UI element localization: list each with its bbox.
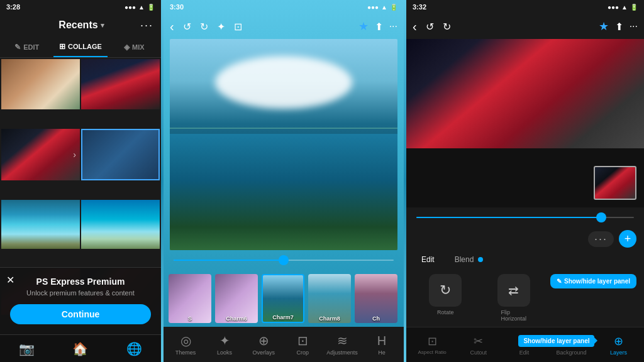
photo-area-p3: [406, 39, 644, 207]
overlays-label: Overlays: [252, 349, 275, 356]
globe-icon[interactable]: 🌐: [126, 341, 142, 356]
main-layer-photo: [406, 39, 644, 148]
layer-thumbnail[interactable]: [594, 166, 636, 200]
close-button[interactable]: ✕: [6, 274, 14, 286]
compare-icon[interactable]: ⊡: [234, 21, 242, 33]
edit-tab-btn[interactable]: Edit: [414, 253, 442, 266]
tool-overlays[interactable]: ⊕ Overlays: [248, 333, 279, 356]
filter-thumb-charm8[interactable]: Charm8: [308, 274, 351, 323]
back-button-p2[interactable]: ‹: [170, 19, 174, 34]
status-bar-p1: 3:28 ●●● ▲ 🔋: [0, 0, 161, 14]
menu-button-p1[interactable]: ···: [140, 19, 153, 32]
intensity-slider[interactable]: [164, 253, 404, 268]
tab-edit[interactable]: ✎ EDIT: [0, 36, 53, 57]
photo-cell-water1[interactable]: [1, 200, 80, 249]
status-bar-p2: 3:30 ●●● ▲ 🔋: [164, 0, 404, 14]
toolbar-p3: ‹ ↺ ↻ ★ ⬆ ···: [406, 14, 644, 39]
tool-cutout[interactable]: ✂ Cutout: [465, 334, 492, 356]
filter-strip: S Charm6 Charm7 Charm8 Ch: [164, 270, 404, 327]
rotate-icon: ↻: [440, 282, 451, 299]
tab-mix[interactable]: ◈ MIX: [108, 36, 161, 57]
more-icon[interactable]: ···: [389, 21, 397, 32]
cutout-label: Cutout: [470, 349, 487, 356]
main-photo: [170, 39, 397, 250]
star-icon[interactable]: ★: [358, 19, 369, 33]
tool-background[interactable]: ◧ Background: [557, 334, 587, 356]
photo-cell-street1[interactable]: [81, 59, 160, 109]
bottom-tools-p2: ◎ Themes ✦ Looks ⊕ Overlays ⊡ Crop ≋ Adj…: [164, 327, 404, 362]
photo-cell-food[interactable]: [1, 59, 80, 109]
continue-button[interactable]: Continue: [10, 304, 151, 324]
tool-edit[interactable]: ✎ Edit: [511, 334, 538, 356]
toolbar-left-p2: ‹ ↺ ↻ ✦ ⊡: [170, 19, 242, 34]
tool-crop[interactable]: ⊡ Crop: [287, 333, 318, 356]
status-icons-p2: ●●● ▲ 🔋: [367, 4, 397, 11]
flip-icon-box: ⇄: [497, 274, 530, 307]
rotate-button[interactable]: ↻ Rotate: [414, 274, 477, 322]
layer-slider[interactable]: [406, 210, 644, 225]
premium-subtitle: Unlock premium features & content: [10, 289, 151, 297]
themes-icon: ◎: [180, 333, 191, 348]
crop-label: Crop: [297, 349, 309, 356]
header-title[interactable]: Recents ▾: [58, 19, 104, 31]
cloud-decoration: [215, 56, 352, 109]
star-icon-p3[interactable]: ★: [599, 19, 609, 33]
show-hide-label[interactable]: ✎ Show/hide layer panel: [550, 274, 636, 288]
layer-slider-thumb[interactable]: [596, 212, 606, 222]
pencil-icon: ✎: [557, 278, 562, 285]
filter-thumb-s5[interactable]: S: [169, 274, 211, 323]
tool-layers[interactable]: ⊕ Layers Show/hide layer panel: [604, 334, 632, 356]
photo-cell-water2[interactable]: [81, 200, 160, 249]
slider-thumb[interactable]: [279, 255, 289, 265]
tab-collage[interactable]: ⊞ COLLAGE: [53, 36, 107, 57]
photo-cell-street2[interactable]: ›: [1, 129, 80, 180]
water-area: [170, 134, 397, 250]
tool-aspect-ratio[interactable]: ⊡ Aspect Ratio: [418, 334, 446, 355]
photo-cell-thumb[interactable]: [81, 129, 160, 180]
tool-themes[interactable]: ◎ Themes: [170, 333, 201, 356]
tool-he[interactable]: H He: [367, 334, 397, 356]
tool-adjustments[interactable]: ≋ Adjustments: [326, 333, 358, 356]
mix-icon: ◈: [124, 43, 130, 52]
horizon-line: [170, 128, 397, 129]
recents-title: Recents: [58, 19, 97, 31]
flip-horizontal-icon: ⇄: [508, 283, 519, 298]
blend-tab-btn[interactable]: Blend: [447, 253, 491, 266]
crop-icon: ⊡: [297, 333, 308, 348]
layers-icon: ⊕: [614, 334, 623, 348]
filter-thumb-charm7[interactable]: Charm7: [262, 274, 304, 323]
camera-icon[interactable]: 📷: [19, 341, 35, 356]
panel-editor: 3:30 ●●● ▲ 🔋 ‹ ↺ ↻ ✦ ⊡ ★ ⬆ ···: [164, 0, 404, 362]
premium-title: PS Express Premium: [10, 277, 151, 287]
share-icon-p3[interactable]: ⬆: [615, 21, 623, 33]
toolbar-left-p3: ‹ ↺ ↻: [413, 19, 451, 34]
cutout-icon: ✂: [474, 334, 483, 348]
themes-label: Themes: [175, 349, 196, 356]
flip-button[interactable]: ⇄ FlipHorizontal: [482, 274, 545, 322]
layer-dots-bar: ··· +: [406, 228, 644, 250]
layer-options-button[interactable]: ···: [588, 231, 614, 247]
time-p1: 3:28: [6, 3, 20, 11]
bottom-bar-p1: 📷 🏠 🌐: [0, 334, 161, 362]
arrow-icon: ›: [73, 150, 76, 160]
undo-icon-p3[interactable]: ↺: [426, 21, 434, 33]
bottom-tools-p3: ⊡ Aspect Ratio ✂ Cutout ✎ Edit ◧ Backgro…: [406, 327, 644, 362]
filter-thumb-charm9[interactable]: Ch: [355, 274, 397, 323]
status-bar-p3: 3:32 ●●● ▲ 🔋: [406, 0, 644, 14]
redo-icon[interactable]: ↻: [200, 21, 208, 33]
show-hide-layer-button[interactable]: ✎ Show/hide layer panel: [550, 274, 636, 322]
home-icon[interactable]: 🏠: [72, 341, 88, 356]
share-icon[interactable]: ⬆: [375, 21, 383, 33]
header-bar-p1: Recents ▾ ···: [0, 14, 161, 36]
tool-looks[interactable]: ✦ Looks: [209, 333, 240, 356]
back-button-p3[interactable]: ‹: [413, 19, 417, 34]
redo-icon-p3[interactable]: ↻: [443, 21, 451, 33]
add-layer-button[interactable]: +: [619, 230, 636, 248]
undo-icon[interactable]: ↺: [183, 21, 191, 33]
edit-icon: ✎: [14, 43, 21, 52]
more-icon-p3[interactable]: ···: [630, 21, 638, 32]
photo-canvas[interactable]: [170, 39, 397, 250]
filter-thumb-charm6[interactable]: Charm6: [215, 274, 258, 323]
magic-icon[interactable]: ✦: [217, 21, 225, 33]
rotate-icon-box: ↻: [429, 274, 462, 307]
